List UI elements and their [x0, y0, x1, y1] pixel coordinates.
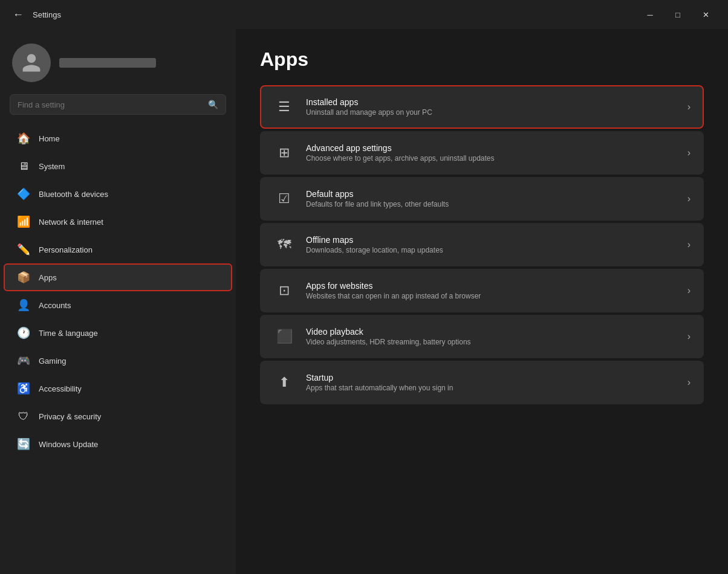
- settings-item-startup[interactable]: ⬆StartupApps that start automatically wh…: [260, 361, 704, 404]
- offline-maps-title: Offline maps: [306, 235, 677, 245]
- bluetooth-icon: 🔷: [17, 187, 30, 201]
- sidebar-item-label-bluetooth: Bluetooth & devices: [39, 190, 108, 199]
- personalization-icon: ✏️: [17, 243, 30, 256]
- offline-maps-text: Offline mapsDownloads, storage location,…: [306, 235, 677, 254]
- sidebar-item-windows-update[interactable]: 🔄Windows Update: [4, 430, 232, 458]
- accounts-icon: 👤: [17, 298, 30, 312]
- minimize-button[interactable]: ─: [636, 0, 664, 29]
- sidebar-item-label-privacy: Privacy & security: [39, 412, 101, 421]
- advanced-app-settings-text: Advanced app settingsChoose where to get…: [306, 143, 677, 163]
- default-apps-icon: ☑: [273, 188, 295, 210]
- sidebar-item-label-gaming: Gaming: [39, 356, 67, 366]
- installed-apps-title: Installed apps: [306, 97, 677, 107]
- offline-maps-icon: 🗺: [273, 234, 295, 256]
- sidebar-item-accessibility[interactable]: ♿Accessibility: [4, 375, 232, 402]
- search-container: 🔍: [0, 94, 236, 124]
- chevron-right-icon: ›: [687, 147, 691, 158]
- sidebar-item-label-personalization: Personalization: [39, 245, 93, 254]
- windows-update-icon: 🔄: [17, 437, 30, 451]
- apps-for-websites-title: Apps for websites: [306, 281, 677, 291]
- search-icon: 🔍: [208, 100, 218, 109]
- sidebar-item-label-apps: Apps: [39, 273, 57, 282]
- page-title: Apps: [260, 48, 704, 71]
- offline-maps-description: Downloads, storage location, map updates: [306, 246, 677, 254]
- settings-item-installed-apps[interactable]: ☰Installed appsUninstall and manage apps…: [260, 85, 704, 129]
- maximize-icon: □: [675, 10, 680, 19]
- installed-apps-text: Installed appsUninstall and manage apps …: [306, 97, 677, 117]
- sidebar-item-personalization[interactable]: ✏️Personalization: [4, 236, 232, 263]
- sidebar-item-label-accessibility: Accessibility: [39, 384, 82, 393]
- back-button[interactable]: ←: [8, 5, 28, 24]
- installed-apps-icon: ☰: [273, 96, 295, 118]
- default-apps-text: Default appsDefaults for file and link t…: [306, 189, 677, 208]
- sidebar-item-privacy[interactable]: 🛡Privacy & security: [4, 402, 232, 430]
- video-playback-text: Video playbackVideo adjustments, HDR str…: [306, 327, 677, 346]
- user-profile: [0, 29, 236, 94]
- default-apps-description: Defaults for file and link types, other …: [306, 200, 677, 208]
- apps-icon: 📦: [17, 271, 30, 284]
- system-icon: 🖥: [17, 160, 30, 173]
- network-icon: 📶: [17, 215, 30, 228]
- video-playback-icon: ⬛: [273, 326, 295, 347]
- sidebar-item-accounts[interactable]: 👤Accounts: [4, 291, 232, 319]
- user-avatar-icon: [21, 52, 42, 74]
- default-apps-title: Default apps: [306, 189, 677, 199]
- sidebar-item-network[interactable]: 📶Network & internet: [4, 208, 232, 236]
- chevron-right-icon: ›: [687, 331, 691, 342]
- apps-for-websites-icon: ⊡: [273, 280, 295, 302]
- startup-title: Startup: [306, 373, 677, 382]
- sidebar-item-label-accounts: Accounts: [39, 301, 71, 310]
- sidebar-item-label-network: Network & internet: [39, 218, 103, 227]
- content-area: Apps ☰Installed appsUninstall and manage…: [236, 29, 728, 574]
- sidebar-item-system[interactable]: 🖥System: [4, 152, 232, 180]
- video-playback-description: Video adjustments, HDR streaming, batter…: [306, 338, 677, 346]
- settings-item-video-playback[interactable]: ⬛Video playbackVideo adjustments, HDR st…: [260, 315, 704, 358]
- search-input[interactable]: [18, 100, 203, 109]
- privacy-icon: 🛡: [17, 410, 30, 423]
- sidebar-item-home[interactable]: 🏠Home: [4, 124, 232, 152]
- window-controls: ─ □ ✕: [636, 0, 720, 29]
- startup-text: StartupApps that start automatically whe…: [306, 373, 677, 392]
- settings-list: ☰Installed appsUninstall and manage apps…: [260, 85, 704, 404]
- home-icon: 🏠: [17, 132, 30, 145]
- sidebar-item-label-home: Home: [39, 134, 60, 143]
- maximize-button[interactable]: □: [664, 0, 692, 29]
- close-button[interactable]: ✕: [692, 0, 720, 29]
- chevron-right-icon: ›: [687, 193, 691, 204]
- minimize-icon: ─: [647, 10, 652, 19]
- avatar: [12, 44, 51, 82]
- sidebar: 🔍 🏠Home🖥System🔷Bluetooth & devices📶Netwo…: [0, 29, 236, 574]
- back-icon: ←: [13, 8, 24, 21]
- settings-item-offline-maps[interactable]: 🗺Offline mapsDownloads, storage location…: [260, 223, 704, 266]
- app-title: Settings: [33, 10, 61, 19]
- sidebar-item-gaming[interactable]: 🎮Gaming: [4, 347, 232, 375]
- video-playback-title: Video playback: [306, 327, 677, 337]
- close-icon: ✕: [703, 10, 709, 19]
- nav-list: 🏠Home🖥System🔷Bluetooth & devices📶Network…: [0, 124, 236, 458]
- chevron-right-icon: ›: [687, 285, 691, 296]
- apps-for-websites-description: Websites that can open in an app instead…: [306, 292, 677, 300]
- apps-for-websites-text: Apps for websitesWebsites that can open …: [306, 281, 677, 300]
- search-box[interactable]: 🔍: [10, 94, 226, 115]
- chevron-right-icon: ›: [687, 239, 691, 250]
- accessibility-icon: ♿: [17, 382, 30, 395]
- settings-item-default-apps[interactable]: ☑Default appsDefaults for file and link …: [260, 177, 704, 221]
- advanced-app-settings-title: Advanced app settings: [306, 143, 677, 153]
- advanced-app-settings-description: Choose where to get apps, archive apps, …: [306, 154, 677, 163]
- sidebar-item-apps[interactable]: 📦Apps: [4, 263, 232, 291]
- startup-description: Apps that start automatically when you s…: [306, 384, 677, 392]
- settings-item-advanced-app-settings[interactable]: ⊞Advanced app settingsChoose where to ge…: [260, 131, 704, 175]
- sidebar-item-label-windows-update: Windows Update: [39, 440, 98, 449]
- sidebar-item-label-system: System: [39, 162, 65, 171]
- settings-item-apps-for-websites[interactable]: ⊡Apps for websitesWebsites that can open…: [260, 269, 704, 312]
- titlebar: ← Settings ─ □ ✕: [0, 0, 728, 29]
- sidebar-item-time[interactable]: 🕐Time & language: [4, 319, 232, 347]
- user-name-blurred: [59, 58, 156, 68]
- sidebar-item-bluetooth[interactable]: 🔷Bluetooth & devices: [4, 180, 232, 208]
- main-layout: 🔍 🏠Home🖥System🔷Bluetooth & devices📶Netwo…: [0, 29, 728, 574]
- startup-icon: ⬆: [273, 372, 295, 393]
- advanced-app-settings-icon: ⊞: [273, 142, 295, 164]
- gaming-icon: 🎮: [17, 354, 30, 367]
- sidebar-item-label-time: Time & language: [39, 329, 98, 338]
- time-icon: 🕐: [17, 326, 30, 340]
